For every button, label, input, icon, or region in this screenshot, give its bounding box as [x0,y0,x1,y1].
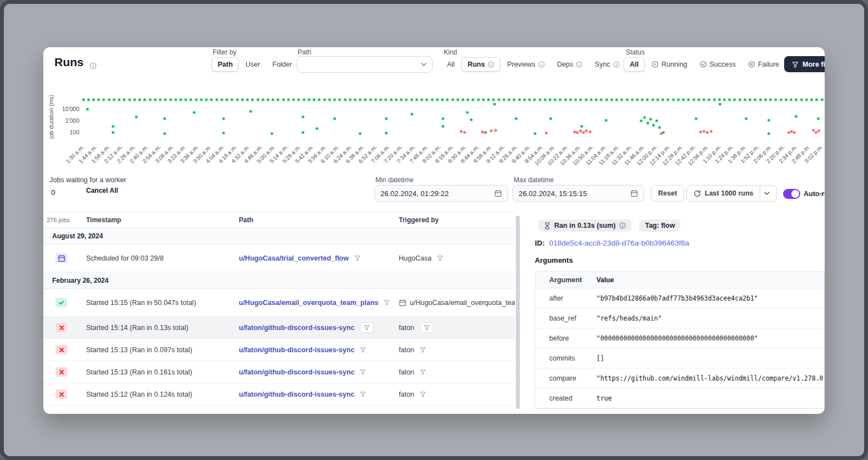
chart-dot-success[interactable] [471,98,474,101]
job-row[interactable]: Scheduled for 09:03 29/8u/HugoCasa/trial… [43,244,515,272]
reset-button[interactable]: Reset [651,185,684,202]
chart-dot-failure[interactable] [484,131,486,134]
chart-dot-success[interactable] [159,98,162,101]
chart-dot-success[interactable] [225,98,228,101]
chart-dot-success[interactable] [220,98,223,101]
chart-dot-success[interactable] [390,98,393,101]
chart-dot-success[interactable] [92,98,95,101]
chart-dot-success[interactable] [128,98,131,101]
chart-dot-success[interactable] [795,115,797,118]
chart-dot-success[interactable] [759,98,762,101]
filter-funnel-icon[interactable] [360,347,366,353]
chart-dot-success[interactable] [333,117,336,120]
chart-dot-success[interactable] [230,98,233,101]
chart-dot-success[interactable] [441,98,444,101]
chart-dot-success[interactable] [515,117,518,120]
chart-dot-success[interactable] [333,98,336,101]
chart-dot-success[interactable] [487,98,490,101]
chart-dot-success[interactable] [620,98,623,101]
chart-dot-success[interactable] [631,98,634,101]
chart-dot-success[interactable] [303,98,305,101]
chart-dot-success[interactable] [169,98,172,101]
chart-dot-success[interactable] [108,98,111,101]
chart-dot-success[interactable] [579,98,582,101]
chart-dot-success[interactable] [364,98,367,101]
chart-dot-success[interactable] [384,98,387,101]
calendar-icon[interactable] [494,189,502,197]
chart-dot-failure[interactable] [812,129,815,132]
chart-dot-success[interactable] [693,98,695,101]
job-row[interactable]: Started 15:13 (Ran in 0.097s total)u/fat… [43,339,515,361]
chart-dot-success[interactable] [349,98,352,101]
chart-dot-success[interactable] [222,132,225,134]
chart-dot-success[interactable] [215,98,218,101]
filter-funnel-icon[interactable] [420,347,426,353]
calendar-icon[interactable] [630,189,638,197]
filter-funnel-icon[interactable] [354,255,360,261]
chart-dot-success[interactable] [323,98,326,101]
chart-dot-success[interactable] [195,98,198,101]
chart-dot-failure[interactable] [481,131,484,133]
chart-dot-failure[interactable] [494,129,497,132]
chart-dot-failure[interactable] [710,130,713,133]
chart-dot-success[interactable] [297,98,300,101]
chart-dot-success[interactable] [425,98,428,101]
chart-dot-success[interactable] [395,98,398,101]
chart-dot-success[interactable] [267,98,269,101]
chart-dot-success[interactable] [508,98,510,101]
chart-dot-failure[interactable] [703,130,705,133]
chart-dot-success[interactable] [498,98,500,101]
chart-dot-success[interactable] [723,98,726,101]
chart-dot-success[interactable] [767,132,770,135]
chart-dot-success[interactable] [636,98,639,101]
chart-dot-success[interactable] [174,98,177,101]
chart-dot-success[interactable] [652,124,655,127]
chart-dot-success[interactable] [528,98,531,101]
chart-dot-success[interactable] [698,98,700,101]
chart-dot-success[interactable] [200,98,203,101]
chart-dot-success[interactable] [143,98,146,101]
chart-dot-success[interactable] [236,98,239,101]
path-filter-chip[interactable] [360,322,374,333]
last-runs-button[interactable]: Last 1000 runs [686,185,777,202]
chart-dot-success[interactable] [795,98,797,101]
filter-funnel-icon[interactable] [360,369,366,375]
cancel-all-button[interactable]: Cancel All [86,187,118,194]
chart-dot-success[interactable] [600,98,603,101]
chart-dot-success[interactable] [649,118,652,121]
chart-dot-success[interactable] [585,98,588,101]
chart-dot-success[interactable] [287,98,290,101]
chart-dot-success[interactable] [374,98,377,101]
chart-dot-success[interactable] [338,98,341,101]
filter-funnel-icon[interactable] [384,299,390,306]
chart-dot-success[interactable] [574,98,577,101]
chart-dot-success[interactable] [308,98,310,101]
chart-dot-success[interactable] [733,98,736,101]
chart-dot-success[interactable] [564,98,567,101]
chart-dot-success[interactable] [354,98,357,101]
chart-dot-success[interactable] [446,98,449,101]
chart-dot-success[interactable] [123,98,126,101]
chart-dot-success[interactable] [431,98,434,101]
chart-dot-success[interactable] [713,98,716,101]
chart-dot-success[interactable] [292,98,295,101]
chart-dot-success[interactable] [615,98,618,101]
chart-dot-success[interactable] [646,122,649,124]
chart-dot-success[interactable] [719,103,721,106]
job-path-link[interactable]: u/HugoCasa/email_overquota_team_plans [239,299,378,307]
chart-dot-success[interactable] [559,98,561,101]
info-icon[interactable] [619,222,626,229]
chart-dot-success[interactable] [251,98,254,101]
chart-dot-success[interactable] [643,116,646,119]
job-path-link[interactable]: u/faton/github-discord-issues-sync [239,368,354,376]
chart-dot-success[interactable] [466,98,469,101]
chart-dot-success[interactable] [118,98,121,101]
chart-dot-success[interactable] [466,111,469,114]
chart-dot-success[interactable] [400,98,403,101]
chart-dot-success[interactable] [549,117,552,120]
chart-dot-success[interactable] [441,125,444,128]
filter-funnel-icon[interactable] [437,255,443,261]
chart-dot-success[interactable] [410,113,413,116]
chart-dot-success[interactable] [451,98,454,101]
chart-dot-success[interactable] [774,98,777,101]
